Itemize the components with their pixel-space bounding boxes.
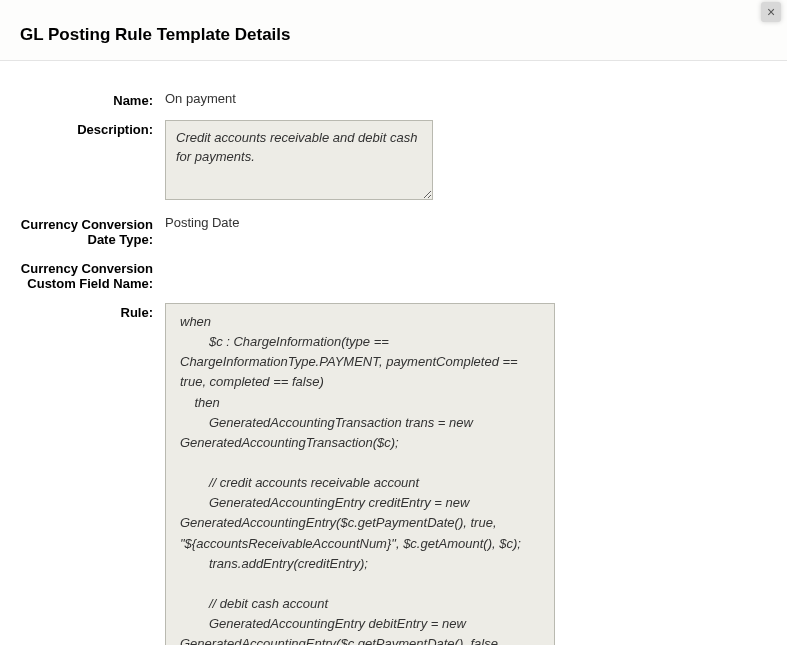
label-currency-date-type: Currency Conversion Date Type:	[20, 215, 165, 247]
form-content: Name: On payment Description: Credit acc…	[0, 61, 787, 645]
content-scroll-area[interactable]: Name: On payment Description: Credit acc…	[0, 61, 787, 645]
label-rule: Rule:	[20, 303, 165, 320]
rule-textarea[interactable]: when $c : ChargeInformation(type == Char…	[165, 303, 555, 645]
value-name: On payment	[165, 91, 767, 106]
row-rule: Rule: when $c : ChargeInformation(type =…	[20, 303, 767, 645]
description-textarea[interactable]: Credit accounts receivable and debit cas…	[165, 120, 433, 200]
row-currency-date-type: Currency Conversion Date Type: Posting D…	[20, 215, 767, 247]
label-name: Name:	[20, 91, 165, 108]
value-currency-date-type: Posting Date	[165, 215, 767, 230]
row-description: Description: Credit accounts receivable …	[20, 120, 767, 203]
label-description: Description:	[20, 120, 165, 137]
dialog-header: GL Posting Rule Template Details	[0, 0, 787, 60]
label-currency-custom-field: Currency Conversion Custom Field Name:	[20, 259, 165, 291]
row-currency-custom-field: Currency Conversion Custom Field Name:	[20, 259, 767, 291]
close-icon: ×	[767, 4, 775, 20]
row-name: Name: On payment	[20, 91, 767, 108]
close-button[interactable]: ×	[761, 2, 781, 22]
dialog-title: GL Posting Rule Template Details	[20, 25, 767, 45]
